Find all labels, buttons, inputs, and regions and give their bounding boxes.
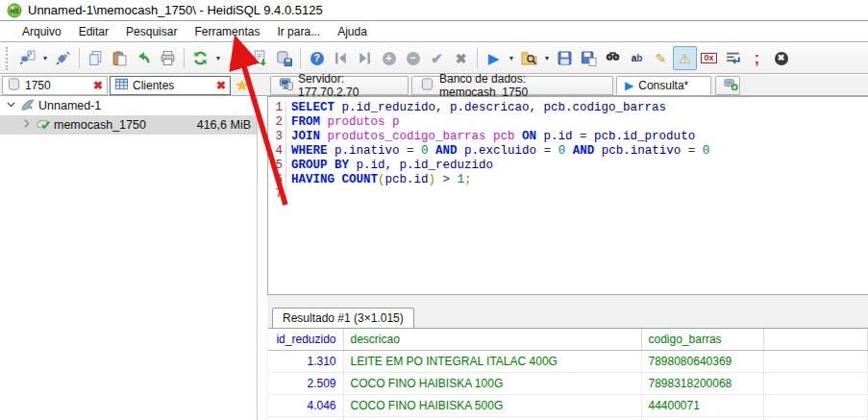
menu-item-arquivo[interactable]: Arquivo xyxy=(13,23,70,40)
cell-descricao[interactable]: COCO FINO HAIBISKA 500G xyxy=(343,394,641,416)
column-header-filler xyxy=(763,329,868,350)
database-check-icon xyxy=(36,116,51,135)
new-tab-icon xyxy=(724,77,738,94)
save-as-icon[interactable] xyxy=(577,46,601,70)
tree-session-label: Unnamed-1 xyxy=(38,99,101,112)
dropdown-caret-icon[interactable]: ▾ xyxy=(541,46,553,70)
new-query-tab-button[interactable] xyxy=(715,76,740,95)
menu-item-ferramentas[interactable]: Ferramentas xyxy=(186,23,268,40)
table-row[interactable]: 4.046COCO FINO HAIBISKA 500G44400071 xyxy=(268,394,868,416)
filter-tab-clientes[interactable]: Clientes✖ xyxy=(110,76,231,95)
dropdown-caret-icon[interactable]: ▾ xyxy=(39,46,51,70)
toolbar-grip[interactable] xyxy=(6,47,11,70)
session-tab-2[interactable]: Banco de dados: memocash_1750 xyxy=(411,76,613,95)
column-header-id_reduzido[interactable]: id_reduzido xyxy=(268,329,343,350)
cell-codigo_barras[interactable]: 44400019 xyxy=(641,416,763,420)
table-row[interactable]: 1.310LEITE EM PO INTEGRAL ITALAC 400G789… xyxy=(268,350,868,372)
result-tab-bar: Resultado #1 (3×1.015) xyxy=(267,306,868,328)
menu-item-editar[interactable]: Editar xyxy=(70,23,117,40)
close-icon[interactable]: ✖ xyxy=(216,80,226,91)
window-title: Unnamed-1\memocash_1750\ - HeidiSQL 9.4.… xyxy=(28,3,323,17)
cell-descricao[interactable]: LEITE EM PO INTEGRAL ITALAC 400G xyxy=(343,350,641,372)
filter-tab-1750[interactable]: 1750✖ xyxy=(2,76,108,95)
disconnect-icon[interactable] xyxy=(51,46,75,70)
sql-editor[interactable]: 1SELECT p.id_reduzido, p.descricao, pcb.… xyxy=(267,96,868,295)
cell-id_reduzido[interactable]: 4.048 xyxy=(268,416,343,420)
session-icon xyxy=(20,97,36,115)
sql-line: 6HAVING COUNT(pcb.id) > 1; xyxy=(268,173,868,187)
copy-icon[interactable] xyxy=(84,46,108,70)
warning-highlight-icon[interactable]: ⚠ xyxy=(673,46,697,70)
format-icon[interactable]: ✎ xyxy=(649,46,673,70)
save-icon[interactable] xyxy=(553,46,577,70)
dropdown-caret-icon[interactable]: ▾ xyxy=(212,46,224,70)
horizontal-splitter[interactable] xyxy=(267,295,868,306)
cell-codigo_barras[interactable]: 7898080640369 xyxy=(641,350,763,372)
close-icon[interactable]: ✖ xyxy=(93,80,103,91)
session-tab-label: Banco de dados: memocash_1750 xyxy=(439,72,605,99)
tree-database-label: memocash_1750 xyxy=(54,118,146,132)
undo-icon[interactable] xyxy=(132,46,156,70)
add-row-icon[interactable]: + xyxy=(377,46,401,70)
column-header-descricao[interactable]: descricao xyxy=(343,329,641,350)
line-number: 5 xyxy=(268,159,286,173)
cell-codigo_barras[interactable]: 44400071 xyxy=(641,394,763,416)
cancel-icon[interactable]: ✖ xyxy=(449,46,473,70)
host-icon xyxy=(279,77,293,94)
tree-database-row[interactable]: memocash_1750 416,6 MiB xyxy=(0,115,257,135)
line-number: 2 xyxy=(268,115,286,130)
sql-line: 2FROM produtos p xyxy=(268,115,868,130)
refresh-icon[interactable] xyxy=(188,46,212,70)
cell-descricao[interactable]: COCO MEDIO HAIBISKA 500G xyxy=(343,416,641,420)
database-size-label: 416,6 MiB xyxy=(197,118,257,132)
filter-tab-label: 1750 xyxy=(25,79,89,92)
tree-session-row[interactable]: Unnamed-1 xyxy=(0,96,257,115)
session-tab-1[interactable]: Servidor: 177.70.2.70 xyxy=(270,76,409,95)
line-number: 1 xyxy=(268,101,286,115)
user-manager-icon[interactable] xyxy=(224,46,248,70)
database-tree-panel[interactable]: Unnamed-1 memocash_1750 416,6 MiB xyxy=(0,96,258,420)
semicolon-icon[interactable]: ; xyxy=(745,46,769,70)
table-row[interactable]: 2.509COCO FINO HAIBISKA 100G789831820006… xyxy=(268,372,868,394)
find-icon[interactable] xyxy=(601,46,625,70)
line-number: 3 xyxy=(268,130,286,144)
cell-id_reduzido[interactable]: 2.509 xyxy=(268,372,343,394)
save-db-icon[interactable] xyxy=(272,46,296,70)
session-tab-3[interactable]: ▶Consulta* xyxy=(616,76,711,95)
favorites-star-icon[interactable]: ★ xyxy=(236,77,248,94)
result-tab[interactable]: Resultado #1 (3×1.015) xyxy=(272,308,414,328)
cell-descricao[interactable]: COCO FINO HAIBISKA 100G xyxy=(343,372,641,394)
filter-tab-label: Clientes xyxy=(133,79,212,92)
print-icon[interactable] xyxy=(156,46,180,70)
export-file-icon[interactable] xyxy=(248,46,272,70)
run-icon[interactable]: ▶ xyxy=(482,46,506,70)
load-file-icon[interactable] xyxy=(517,46,541,70)
chevron-down-icon[interactable] xyxy=(5,98,17,113)
paste-icon[interactable] xyxy=(108,46,132,70)
go-first-icon[interactable] xyxy=(329,46,353,70)
menu-item-pesquisar[interactable]: Pesquisar xyxy=(117,23,186,40)
line-number: 7 xyxy=(268,187,286,202)
help-icon[interactable]: ? xyxy=(305,46,329,70)
reformat-icon[interactable] xyxy=(721,46,745,70)
go-last-icon[interactable] xyxy=(353,46,377,70)
table-row[interactable]: 4.048COCO MEDIO HAIBISKA 500G44400019 xyxy=(268,416,868,420)
cell-id_reduzido[interactable]: 4.046 xyxy=(268,394,343,416)
dropdown-caret-icon[interactable]: ▾ xyxy=(506,46,517,70)
cell-filler xyxy=(763,350,868,372)
apply-icon[interactable]: ✔ xyxy=(425,46,449,70)
replace-icon[interactable]: ab xyxy=(625,46,649,70)
menu-item-ir-para[interactable]: Ir para... xyxy=(268,23,329,40)
cell-codigo_barras[interactable]: 7898318200068 xyxy=(641,372,763,394)
chevron-right-icon[interactable] xyxy=(20,117,33,133)
session-manager-icon[interactable] xyxy=(15,46,39,70)
cell-filler xyxy=(763,372,868,394)
menu-bar: ArquivoEditarPesquisarFerramentasIr para… xyxy=(0,22,868,42)
column-header-codigo_barras[interactable]: codigo_barras xyxy=(641,329,763,350)
hex-icon[interactable]: 0x xyxy=(697,46,721,70)
line-number: 4 xyxy=(268,144,286,159)
remove-row-icon[interactable]: − xyxy=(401,46,425,70)
cell-id_reduzido[interactable]: 1.310 xyxy=(268,350,343,372)
stop-icon[interactable]: ✖ xyxy=(769,46,793,70)
menu-item-ajuda[interactable]: Ajuda xyxy=(329,23,376,40)
